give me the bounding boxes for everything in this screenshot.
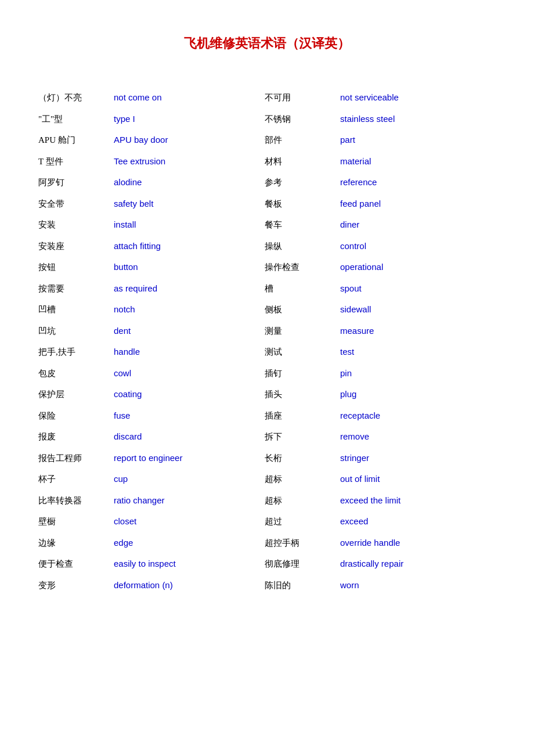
en-term-left: Tee extrusion: [110, 151, 226, 172]
zh-term-left: T 型件: [35, 151, 110, 172]
zh-term-right: 超标: [261, 490, 337, 512]
zh-term-right: 槽: [261, 278, 337, 300]
zh-term-right: 参考: [261, 172, 337, 193]
en-term-right: reference: [337, 172, 499, 193]
zh-term-right: 餐车: [261, 214, 337, 236]
zh-term-left: 壁橱: [35, 511, 110, 532]
zh-term-right: 陈旧的: [261, 575, 337, 596]
en-term-left: cup: [110, 469, 226, 490]
table-row: 按需要 as required 槽 spout: [35, 278, 499, 300]
table-row: （灯）不亮 not come on 不可用 not serviceable: [35, 87, 499, 109]
en-term-right: stringer: [337, 448, 499, 469]
en-term-right: worn: [337, 575, 499, 596]
en-term-right: remove: [337, 426, 499, 448]
en-term-right: drastically repair: [337, 553, 499, 575]
zh-term-left: 按需要: [35, 278, 110, 300]
zh-term-left: 比率转换器: [35, 490, 110, 512]
table-row: 便于检查 easily to inspect 彻底修理 drastically …: [35, 553, 499, 575]
en-term-left: cowl: [110, 363, 226, 384]
zh-term-right: 插头: [261, 384, 337, 405]
zh-term-left: 安装座: [35, 236, 110, 257]
zh-term-right: 餐板: [261, 193, 337, 215]
en-term-left: discard: [110, 426, 226, 448]
en-term-right: test: [337, 341, 499, 363]
zh-term-left: 按钮: [35, 257, 110, 278]
zh-term-left: （灯）不亮: [35, 87, 110, 109]
en-term-left: ratio changer: [110, 490, 226, 512]
zh-term-left: 边缘: [35, 532, 110, 554]
zh-term-right: 长桁: [261, 448, 337, 469]
zh-term-right: 拆下: [261, 426, 337, 448]
en-term-right: control: [337, 236, 499, 257]
en-term-right: part: [337, 129, 499, 151]
en-term-right: sidewall: [337, 299, 499, 321]
table-row: 凹槽 notch 侧板 sidewall: [35, 299, 499, 321]
en-term-right: spout: [337, 278, 499, 300]
table-row: 壁橱 closet 超过 exceed: [35, 511, 499, 532]
zh-term-right: 测试: [261, 341, 337, 363]
table-row: 报告工程师 report to engineer 长桁 stringer: [35, 448, 499, 469]
zh-term-right: 超标: [261, 469, 337, 490]
zh-term-right: 部件: [261, 129, 337, 151]
en-term-left: handle: [110, 341, 226, 363]
en-term-right: feed panel: [337, 193, 499, 215]
en-term-left: coating: [110, 384, 226, 405]
zh-term-left: 保险: [35, 405, 110, 427]
en-term-left: safety belt: [110, 193, 226, 215]
table-row: "工"型 type I 不锈钢 stainless steel: [35, 109, 499, 130]
table-row: 安装 install 餐车 diner: [35, 214, 499, 236]
table-row: 把手,扶手 handle 测试 test: [35, 341, 499, 363]
en-term-right: out of limit: [337, 469, 499, 490]
zh-term-left: "工"型: [35, 109, 110, 130]
glossary-table: （灯）不亮 not come on 不可用 not serviceable "工…: [35, 87, 499, 596]
table-row: 比率转换器 ratio changer 超标 exceed the limit: [35, 490, 499, 512]
zh-term-left: 保护层: [35, 384, 110, 405]
zh-term-left: 包皮: [35, 363, 110, 384]
en-term-left: APU bay door: [110, 129, 226, 151]
en-term-left: alodine: [110, 172, 226, 193]
en-term-left: attach fitting: [110, 236, 226, 257]
table-row: 按钮 button 操作检查 operational: [35, 257, 499, 278]
table-row: 边缘 edge 超控手柄 override handle: [35, 532, 499, 554]
zh-term-right: 材料: [261, 151, 337, 172]
table-row: 报废 discard 拆下 remove: [35, 426, 499, 448]
en-term-right: measure: [337, 321, 499, 342]
en-term-right: operational: [337, 257, 499, 278]
en-term-right: material: [337, 151, 499, 172]
table-row: 凹坑 dent 测量 measure: [35, 321, 499, 342]
zh-term-left: 安装: [35, 214, 110, 236]
table-row: T 型件 Tee extrusion 材料 material: [35, 151, 499, 172]
en-term-left: fuse: [110, 405, 226, 427]
en-term-left: report to engineer: [110, 448, 226, 469]
en-term-right: plug: [337, 384, 499, 405]
en-term-right: diner: [337, 214, 499, 236]
en-term-right: exceed the limit: [337, 490, 499, 512]
en-term-left: type I: [110, 109, 226, 130]
en-term-left: edge: [110, 532, 226, 554]
en-term-left: closet: [110, 511, 226, 532]
en-term-left: notch: [110, 299, 226, 321]
table-row: 杯子 cup 超标 out of limit: [35, 469, 499, 490]
en-term-left: button: [110, 257, 226, 278]
table-row: APU 舱门 APU bay door 部件 part: [35, 129, 499, 151]
zh-term-left: 阿罗钉: [35, 172, 110, 193]
table-row: 保险 fuse 插座 receptacle: [35, 405, 499, 427]
en-term-right: exceed: [337, 511, 499, 532]
zh-term-left: 报废: [35, 426, 110, 448]
zh-term-left: 把手,扶手: [35, 341, 110, 363]
zh-term-left: 杯子: [35, 469, 110, 490]
zh-term-right: 不可用: [261, 87, 337, 109]
zh-term-right: 超过: [261, 511, 337, 532]
en-term-left: dent: [110, 321, 226, 342]
en-term-left: as required: [110, 278, 226, 300]
zh-term-left: 凹坑: [35, 321, 110, 342]
table-row: 阿罗钉 alodine 参考 reference: [35, 172, 499, 193]
zh-term-right: 侧板: [261, 299, 337, 321]
zh-term-left: 变形: [35, 575, 110, 596]
en-term-right: receptacle: [337, 405, 499, 427]
table-row: 安全带 safety belt 餐板 feed panel: [35, 193, 499, 215]
zh-term-left: 报告工程师: [35, 448, 110, 469]
table-row: 包皮 cowl 插钉 pin: [35, 363, 499, 384]
en-term-left: install: [110, 214, 226, 236]
zh-term-right: 超控手柄: [261, 532, 337, 554]
